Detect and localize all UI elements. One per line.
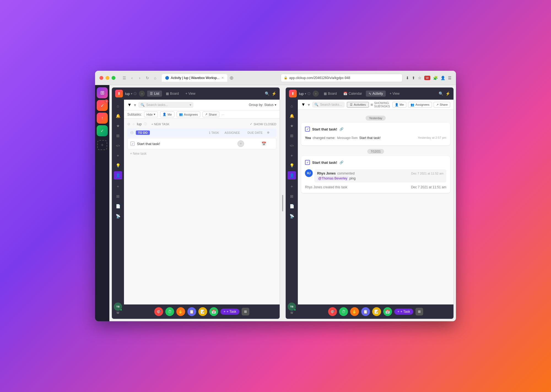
left-lightning-icon[interactable]: ⚡ <box>272 91 276 96</box>
r-bt-target-icon[interactable]: 🎯 <box>328 307 337 316</box>
mention-tag[interactable]: @Thomas Beverley <box>317 176 349 181</box>
profile-icon[interactable]: 👤 <box>441 76 445 80</box>
app-icon-clickup-notify[interactable]: ↑ <box>97 113 108 124</box>
extension-icon[interactable]: W <box>424 76 430 80</box>
home-button[interactable]: ⌂ <box>152 75 158 81</box>
subtasks-toggle[interactable]: Hide ▾ <box>144 111 158 117</box>
assignees-filter[interactable]: 👥 Assignees <box>177 111 201 117</box>
add-app-button[interactable]: + <box>97 140 107 150</box>
tab-add-view-right[interactable]: + View <box>387 91 402 97</box>
new-tab-button[interactable]: ⊕ <box>229 75 234 81</box>
group-by-selector[interactable]: Group by: Status ▾ <box>249 103 276 107</box>
app-icon-clickup-alt[interactable]: ✓ <box>97 125 108 136</box>
upload-icon[interactable]: ⬆ <box>412 76 415 80</box>
add-col-icon[interactable]: ⊕ <box>267 131 274 134</box>
panel-divider[interactable] <box>282 85 283 321</box>
r-bt-hand-icon[interactable]: ✋ <box>350 307 359 316</box>
sidebar-dashboard-icon[interactable]: ⊞ <box>114 192 122 200</box>
minimize-button[interactable] <box>106 76 109 80</box>
bt-calendar-icon[interactable]: 📅 <box>209 307 218 316</box>
activities-chip[interactable]: ☰ Activities <box>347 102 369 108</box>
task-checkbox[interactable]: ✓ <box>130 141 135 146</box>
activity-me-filter[interactable]: 👤 Me <box>392 102 406 108</box>
more-options-icon[interactable]: ··· <box>222 113 224 116</box>
maximize-button[interactable] <box>112 76 115 80</box>
sidebar-code-icon[interactable]: </> <box>114 141 122 150</box>
app-icon-clickup-grid[interactable]: ⊞ <box>97 87 108 98</box>
r-sidebar-home-icon[interactable]: ⌂ <box>288 102 296 110</box>
card2-task-name[interactable]: Start that task! <box>312 160 337 165</box>
download-icon[interactable]: ⬇ <box>406 76 409 80</box>
tab-calendar-right[interactable]: 📅 Calendar <box>341 91 365 97</box>
sidebar-plus-icon[interactable]: + <box>114 182 122 190</box>
sidebar-grid-icon[interactable]: ⊞ <box>114 132 122 140</box>
app-icon-clickup-main[interactable]: ✓ 1 <box>97 100 108 111</box>
r-bt-calendar-icon[interactable]: 📅 <box>383 307 392 316</box>
close-button[interactable] <box>99 76 103 80</box>
sidebar-toggle[interactable]: ☰ <box>121 75 128 81</box>
sidebar-bulb-icon[interactable]: 💡 <box>114 161 122 170</box>
right-search-icon[interactable]: 🔍 <box>439 91 443 96</box>
task-name[interactable]: Start that task! <box>137 142 228 146</box>
sidebar-home-icon[interactable]: ⌂ <box>114 102 122 110</box>
expand-circle-icon[interactable]: ⊖ <box>127 122 130 126</box>
menu-icon[interactable]: ☰ <box>448 76 452 80</box>
sidebar-user-icon[interactable]: 👤 <box>114 171 122 179</box>
right-lightning-icon[interactable]: ⚡ <box>445 91 450 96</box>
reload-button[interactable]: ↻ <box>144 75 151 81</box>
right-panel-expand[interactable]: › <box>313 91 319 97</box>
left-filter-icon[interactable]: ▼ <box>127 102 132 107</box>
r-sidebar-code-icon[interactable]: </> <box>288 141 296 150</box>
bt-clipboard-icon[interactable]: 📋 <box>187 307 196 316</box>
r-sidebar-bulb-icon[interactable]: 💡 <box>288 161 296 170</box>
sidebar-target-icon[interactable]: ⌖ <box>114 151 122 160</box>
add-task-button[interactable]: + + Task <box>220 309 240 315</box>
back-button[interactable]: ‹ <box>129 75 135 81</box>
assignee-avatar[interactable]: + <box>237 140 244 147</box>
star-icon[interactable]: ☆ <box>418 76 422 80</box>
sidebar-bell-icon[interactable]: 🔔 <box>114 112 122 120</box>
r-sidebar-bell-icon[interactable]: 🔔 <box>288 112 296 120</box>
r-bt-clipboard-icon[interactable]: 📋 <box>361 307 370 316</box>
r-bt-timer-icon[interactable]: ⏱ <box>339 307 348 316</box>
puzzle-icon[interactable]: 🧩 <box>433 76 438 80</box>
me-filter[interactable]: 👤 Me <box>160 111 174 117</box>
left-search-icon[interactable]: 🔍 <box>265 91 269 96</box>
bt-timer-icon[interactable]: ⏱ <box>165 307 174 316</box>
tab-board-right[interactable]: ▦ Board <box>321 91 339 97</box>
left-search-bar[interactable]: 🔍 Search tasks... ▾ <box>138 102 193 108</box>
bt-target-icon[interactable]: 🎯 <box>154 307 163 316</box>
tab-list[interactable]: ☰ List <box>147 91 162 97</box>
forward-button[interactable]: › <box>136 75 143 81</box>
r-sidebar-dashboard-icon[interactable]: ⊞ <box>288 192 296 200</box>
r-sidebar-target-icon[interactable]: ⌖ <box>288 151 296 160</box>
sidebar-doc-icon[interactable]: 📄 <box>114 202 122 210</box>
r-sidebar-star-icon[interactable]: ★ <box>288 122 296 130</box>
todo-expand-icon[interactable]: ⊖ <box>130 130 134 135</box>
bt-hand-icon[interactable]: ✋ <box>176 307 185 316</box>
new-task-button[interactable]: + NEW TASK <box>151 122 169 126</box>
r-sidebar-user-icon[interactable]: 👤 <box>288 171 296 179</box>
r-sidebar-doc-icon[interactable]: 📄 <box>288 202 296 210</box>
r-sidebar-plus-icon[interactable]: + <box>288 182 296 190</box>
tab-close-icon[interactable]: ✕ <box>221 76 224 80</box>
card1-link-icon[interactable]: 🔗 <box>339 127 344 131</box>
tab-activity-right[interactable]: ∿ Activity <box>366 91 386 97</box>
activity-filter-icon[interactable]: ▼ <box>301 102 306 107</box>
card2-link-icon[interactable]: 🔗 <box>339 160 344 164</box>
bt-grid-icon[interactable]: ⊞ <box>242 308 249 315</box>
url-bar[interactable]: 🔒 app.clickup.com/20461260/v/a/kgdpc-948 <box>281 74 403 82</box>
activity-share-button[interactable]: ↗ Share <box>434 102 450 108</box>
left-panel-expand[interactable]: › <box>139 91 145 97</box>
share-button[interactable]: ↗ Share <box>202 111 219 117</box>
tab-add-view[interactable]: + View <box>183 91 198 97</box>
r-add-task-button[interactable]: + + Task <box>394 309 414 315</box>
card1-task-name[interactable]: Start that task! <box>312 127 337 131</box>
showing-subtasks-chip[interactable]: ⊞ SHOWING SUBTASKS <box>371 101 390 108</box>
browser-tab[interactable]: 🔵 Activity | lup | Wavebox Worksp... ✕ <box>162 74 227 82</box>
r-sidebar-grid-icon[interactable]: ⊞ <box>288 132 296 140</box>
r-bt-note-icon[interactable]: 📝 <box>372 307 381 316</box>
show-closed-button[interactable]: ✓ SHOW CLOSED <box>250 122 276 126</box>
right-user-avatar[interactable]: TB <box>288 303 296 311</box>
bt-note-icon[interactable]: 📝 <box>198 307 207 316</box>
